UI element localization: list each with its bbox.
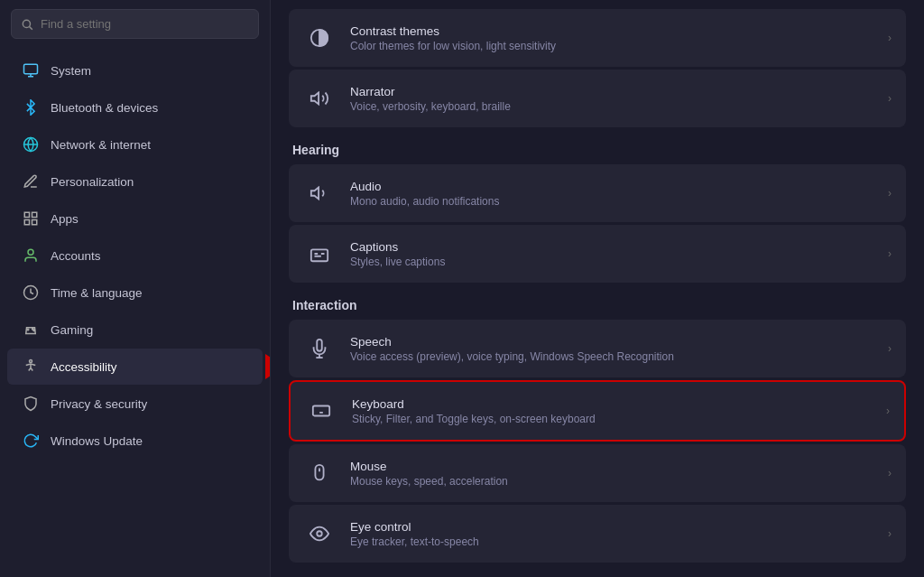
privacy-icon <box>22 395 40 413</box>
setting-audio[interactable]: Audio Mono audio, audio notifications › <box>289 164 906 222</box>
sidebar-item-label: Network & internet <box>51 138 151 152</box>
setting-desc: Mouse keys, speed, acceleration <box>350 475 873 488</box>
sidebar-item-label: Windows Update <box>51 434 143 448</box>
audio-icon <box>303 177 336 209</box>
search-icon <box>21 18 33 31</box>
setting-title: Mouse <box>350 460 873 473</box>
sidebar-item-label: Time & language <box>51 286 143 300</box>
setting-speech[interactable]: Speech Voice access (preview), voice typ… <box>289 320 906 377</box>
svg-rect-10 <box>24 220 29 225</box>
svg-line-1 <box>30 26 32 29</box>
section-hearing-header: Hearing <box>289 130 906 164</box>
svg-point-27 <box>317 531 322 536</box>
svg-point-17 <box>30 360 32 363</box>
setting-desc: Eye tracker, text-to-speech <box>350 535 873 548</box>
svg-rect-7 <box>24 212 29 217</box>
sidebar-item-label: Personalization <box>51 175 134 189</box>
network-icon <box>22 135 40 154</box>
sidebar-item-label: Gaming <box>51 323 93 337</box>
setting-text: Captions Styles, live captions <box>350 240 873 268</box>
personalization-icon <box>22 172 40 191</box>
sidebar-item-time[interactable]: Time & language <box>7 275 263 311</box>
narrator-icon <box>303 82 336 115</box>
chevron-right-icon: › <box>888 342 892 355</box>
setting-text: Narrator Voice, verbosity, keyboard, bra… <box>350 85 873 113</box>
setting-desc: Mono audio, audio notifications <box>350 195 873 208</box>
svg-point-11 <box>28 249 33 255</box>
setting-title: Speech <box>350 335 873 349</box>
sidebar-item-label: Bluetooth & devices <box>51 101 158 115</box>
sidebar-item-privacy[interactable]: Privacy & security <box>7 386 263 422</box>
setting-title: Eye control <box>350 520 873 534</box>
svg-rect-21 <box>311 249 328 261</box>
arrow-annotation <box>265 354 270 379</box>
gaming-icon <box>22 321 40 339</box>
sidebar-item-label: Apps <box>51 212 79 226</box>
svg-rect-24 <box>313 406 329 416</box>
svg-marker-20 <box>311 188 319 200</box>
setting-text: Contrast themes Color themes for low vis… <box>350 24 873 52</box>
setting-desc: Color themes for low vision, light sensi… <box>350 40 873 52</box>
chevron-right-icon: › <box>888 467 892 479</box>
sidebar-item-bluetooth[interactable]: Bluetooth & devices <box>7 89 263 126</box>
sidebar-item-accessibility[interactable]: Accessibility <box>7 349 263 385</box>
svg-rect-8 <box>32 212 37 217</box>
setting-text: Keyboard Sticky, Filter, and Toggle keys… <box>352 397 872 425</box>
sidebar-item-label: Privacy & security <box>51 397 147 411</box>
sidebar-item-accounts[interactable]: Accounts <box>7 237 263 274</box>
setting-title: Keyboard <box>352 397 872 411</box>
setting-desc: Sticky, Filter, and Toggle keys, on-scre… <box>352 413 872 425</box>
svg-rect-25 <box>315 465 323 480</box>
sidebar-item-system[interactable]: System <box>7 52 263 88</box>
setting-title: Contrast themes <box>350 24 873 38</box>
svg-point-0 <box>23 20 30 27</box>
section-hearing: Hearing Audio Mono audio, audio notifica… <box>289 130 906 283</box>
windows-update-icon <box>22 432 40 450</box>
chevron-right-icon: › <box>888 187 892 200</box>
setting-title: Narrator <box>350 85 873 98</box>
mouse-icon <box>303 457 336 489</box>
setting-desc: Voice access (preview), voice typing, Wi… <box>350 350 873 363</box>
chevron-right-icon: › <box>888 247 892 260</box>
setting-desc: Voice, verbosity, keyboard, braille <box>350 100 873 113</box>
sidebar-item-label: Accessibility <box>51 360 117 374</box>
accessibility-icon <box>22 358 40 376</box>
setting-text: Audio Mono audio, audio notifications <box>350 180 873 208</box>
sidebar-item-label: Accounts <box>51 249 101 263</box>
setting-mouse[interactable]: Mouse Mouse keys, speed, acceleration › <box>289 444 906 502</box>
setting-title: Audio <box>350 180 873 193</box>
settings-list: Contrast themes Color themes for low vis… <box>271 0 924 574</box>
sidebar-item-network[interactable]: Network & internet <box>7 126 263 163</box>
setting-text: Speech Voice access (preview), voice typ… <box>350 335 873 363</box>
setting-text: Mouse Mouse keys, speed, acceleration <box>350 460 873 488</box>
svg-rect-2 <box>24 64 38 74</box>
chevron-right-icon: › <box>888 527 892 540</box>
setting-eye-control[interactable]: Eye control Eye tracker, text-to-speech … <box>289 505 906 563</box>
setting-narrator[interactable]: Narrator Voice, verbosity, keyboard, bra… <box>289 70 906 127</box>
sidebar-item-windows-update[interactable]: Windows Update <box>7 423 263 459</box>
section-top: Contrast themes Color themes for low vis… <box>289 9 906 127</box>
svg-marker-19 <box>311 93 319 105</box>
system-icon <box>22 61 40 79</box>
accounts-icon <box>22 247 40 265</box>
sidebar: System Bluetooth & devices Network & int… <box>0 0 271 577</box>
sidebar-item-gaming[interactable]: Gaming <box>7 312 263 348</box>
section-interaction: Interaction Speech Voice access (preview… <box>289 285 906 563</box>
speech-icon <box>303 332 336 365</box>
setting-title: Captions <box>350 240 873 254</box>
setting-desc: Styles, live captions <box>350 256 873 268</box>
sidebar-item-label: System <box>51 64 91 78</box>
search-input[interactable] <box>41 17 249 31</box>
section-interaction-header: Interaction <box>289 285 906 320</box>
search-box[interactable] <box>11 9 259 39</box>
sidebar-item-apps[interactable]: Apps <box>7 200 263 237</box>
captions-icon <box>303 237 336 270</box>
apps-icon <box>22 209 40 228</box>
setting-contrast-themes[interactable]: Contrast themes Color themes for low vis… <box>289 9 906 67</box>
setting-keyboard[interactable]: Keyboard Sticky, Filter, and Toggle keys… <box>289 380 906 442</box>
time-icon <box>22 284 40 302</box>
keyboard-icon <box>305 395 337 427</box>
svg-rect-9 <box>32 220 37 225</box>
sidebar-item-personalization[interactable]: Personalization <box>7 163 263 200</box>
setting-captions[interactable]: Captions Styles, live captions › <box>289 225 906 283</box>
